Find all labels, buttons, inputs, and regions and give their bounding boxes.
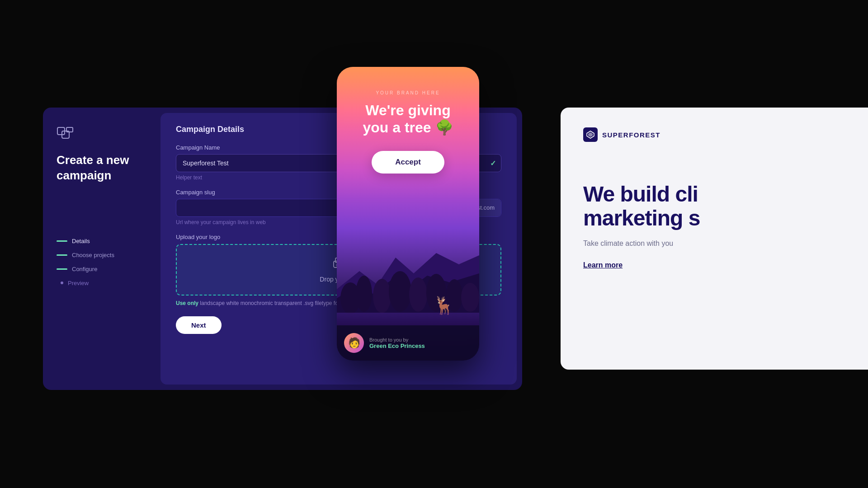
check-icon: ✓ bbox=[490, 159, 496, 168]
mobile-bg: YOUR BRAND HERE We're giving you a tree … bbox=[337, 67, 479, 361]
nav-steps: Details Choose projects Configure Previe… bbox=[57, 238, 147, 286]
step-indicator-choose bbox=[57, 254, 67, 256]
step-label-preview: Preview bbox=[68, 280, 89, 286]
step-indicator-details bbox=[57, 240, 67, 242]
water-reflection bbox=[337, 313, 479, 325]
right-panel: SUPERFOREST We build cli marketing s Tak… bbox=[561, 108, 868, 370]
eco-name: Green Eco Princess bbox=[369, 343, 425, 349]
svg-point-16 bbox=[461, 283, 479, 312]
left-sidebar: Create a new campaign Details Choose pro… bbox=[43, 108, 160, 390]
learn-more-button[interactable]: Learn more bbox=[583, 261, 623, 269]
bottom-text-block: Brought to you by Green Eco Princess bbox=[369, 337, 425, 349]
svg-point-12 bbox=[389, 271, 411, 312]
avatar: 🧑 bbox=[344, 333, 364, 353]
mobile-bottom-strip: 🧑 Brought to you by Green Eco Princess bbox=[337, 325, 479, 361]
app-logo bbox=[57, 124, 147, 144]
step-choose-projects[interactable]: Choose projects bbox=[57, 252, 147, 258]
step-label-details: Details bbox=[72, 238, 90, 244]
svg-point-11 bbox=[373, 279, 391, 313]
sf-logo-icon bbox=[583, 127, 598, 142]
page-title: Create a new campaign bbox=[57, 153, 147, 183]
next-button[interactable]: Next bbox=[176, 316, 222, 334]
svg-point-10 bbox=[356, 276, 372, 312]
brought-by-text: Brought to you by bbox=[369, 337, 425, 343]
svg-marker-18 bbox=[588, 132, 593, 137]
svg-point-13 bbox=[409, 277, 427, 312]
landscape-scene: 🦌 bbox=[337, 217, 479, 325]
step-preview[interactable]: Preview bbox=[57, 280, 147, 286]
step-configure[interactable]: Configure bbox=[57, 266, 147, 272]
accept-button[interactable]: Accept bbox=[372, 151, 444, 174]
sf-logo-text: SUPERFOREST bbox=[602, 131, 660, 139]
mobile-content: YOUR BRAND HERE We're giving you a tree … bbox=[337, 67, 479, 174]
superforest-logo: SUPERFOREST bbox=[583, 127, 845, 142]
promo-headline: We're giving you a tree 🌳 bbox=[354, 102, 462, 136]
step-label-configure: Configure bbox=[72, 266, 97, 272]
step-indicator-configure bbox=[57, 268, 67, 270]
right-headline: We build cli marketing s bbox=[583, 183, 845, 230]
step-details[interactable]: Details bbox=[57, 238, 147, 244]
mobile-preview-card: YOUR BRAND HERE We're giving you a tree … bbox=[337, 67, 479, 361]
step-label-choose: Choose projects bbox=[72, 252, 114, 258]
step-indicator-preview bbox=[61, 282, 63, 284]
brand-label: YOUR BRAND HERE bbox=[376, 90, 440, 95]
right-subtext: Take climate action with you bbox=[583, 239, 845, 248]
